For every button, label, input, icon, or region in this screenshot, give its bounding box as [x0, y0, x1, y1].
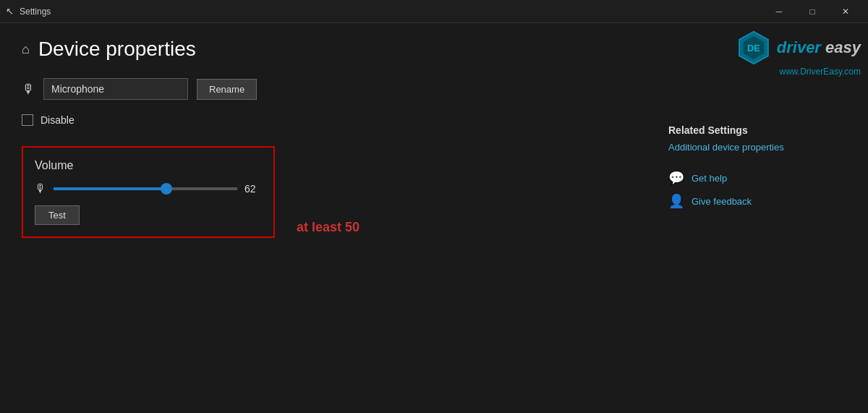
- volume-box: Volume 🎙 62 Test: [22, 146, 275, 238]
- annotation-text: at least 50: [297, 220, 359, 235]
- get-help-icon: 💬: [668, 170, 684, 186]
- cursor-icon: ↖: [6, 6, 14, 17]
- page-title-row: ⌂ Device properties: [22, 38, 629, 61]
- title-bar-controls: ─ □ ✕: [762, 0, 862, 23]
- close-button[interactable]: ✕: [829, 0, 862, 23]
- test-button[interactable]: Test: [35, 205, 80, 225]
- maximize-button[interactable]: □: [796, 0, 829, 23]
- main-layout: ⌂ Device properties 🎙 Rename Disable Vol…: [0, 23, 868, 413]
- watermark-logo-row: DE driver easy: [736, 30, 861, 65]
- get-help-link[interactable]: Get help: [692, 173, 727, 184]
- page-title: Device properties: [38, 38, 196, 61]
- content-area: ⌂ Device properties 🎙 Rename Disable Vol…: [0, 23, 651, 413]
- sidebar: DE driver easy www.DriverEasy.com Relate…: [651, 23, 868, 413]
- microphone-icon: 🎙: [22, 82, 35, 97]
- volume-value: 62: [244, 183, 262, 195]
- disable-label: Disable: [41, 114, 75, 126]
- volume-mic-icon: 🎙: [35, 182, 46, 195]
- disable-checkbox[interactable]: [22, 114, 33, 126]
- give-feedback-item[interactable]: 👤 Give feedback: [668, 193, 851, 209]
- rename-button[interactable]: Rename: [197, 79, 257, 100]
- device-name-row: 🎙 Rename: [22, 78, 629, 100]
- get-help-item[interactable]: 💬 Get help: [668, 170, 851, 186]
- device-name-input[interactable]: [43, 78, 188, 100]
- title-bar: ↖ Settings ─ □ ✕: [0, 0, 868, 23]
- volume-annotation-row: Volume 🎙 62 Test at least 50: [22, 146, 629, 250]
- title-bar-left: ↖ Settings: [6, 6, 51, 17]
- home-icon[interactable]: ⌂: [22, 42, 30, 57]
- watermark: DE driver easy www.DriverEasy.com: [736, 30, 861, 77]
- additional-device-properties-link[interactable]: Additional device properties: [668, 142, 851, 153]
- volume-title: Volume: [35, 159, 262, 172]
- volume-slider[interactable]: [54, 187, 237, 190]
- driver-easy-url: www.DriverEasy.com: [780, 67, 861, 77]
- driver-easy-logo-icon: DE: [736, 30, 771, 65]
- disable-row: Disable: [22, 114, 629, 126]
- give-feedback-link[interactable]: Give feedback: [692, 196, 752, 207]
- driver-easy-brand: driver easy: [777, 38, 861, 57]
- give-feedback-icon: 👤: [668, 193, 684, 209]
- support-section: 💬 Get help 👤 Give feedback: [668, 170, 851, 209]
- related-settings-title: Related Settings: [668, 124, 851, 136]
- volume-row: 🎙 62: [35, 182, 262, 195]
- related-settings-section: Related Settings Additional device prope…: [668, 124, 851, 153]
- minimize-button[interactable]: ─: [762, 0, 796, 23]
- svg-text:DE: DE: [747, 43, 760, 54]
- title-bar-title: Settings: [20, 7, 51, 17]
